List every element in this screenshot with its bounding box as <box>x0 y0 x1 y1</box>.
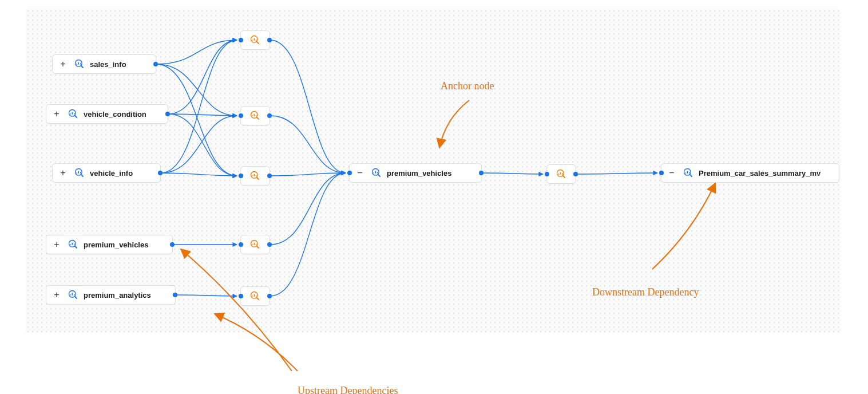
bigquery-icon <box>74 167 85 179</box>
node-label: sales_info <box>90 60 126 69</box>
dependency-edge <box>168 114 237 116</box>
table-node-premium_vehicles[interactable]: − premium_vehicles <box>349 163 482 183</box>
svg-line-25 <box>690 175 692 177</box>
dependency-edge <box>168 114 237 176</box>
annotation-upstream: Upstream Dependencies <box>298 385 398 394</box>
svg-line-15 <box>257 178 259 180</box>
node-label: Premium_car_sales_summary_mv <box>699 169 821 178</box>
output-port <box>170 242 175 247</box>
svg-line-5 <box>81 175 84 177</box>
dependency-edge <box>576 173 657 174</box>
expand-toggle[interactable]: + <box>57 58 69 70</box>
input-port <box>239 174 243 178</box>
input-port <box>347 171 352 175</box>
dependency-edge <box>156 64 237 116</box>
dependency-edge <box>270 173 346 296</box>
input-port <box>659 171 664 175</box>
node-label: vehicle_info <box>90 169 133 178</box>
dependency-edge <box>161 40 237 173</box>
dependency-edge <box>270 40 346 173</box>
lineage-canvas[interactable]: + sales_info+ vehicle_condition+ vehicle… <box>26 9 841 332</box>
expand-toggle[interactable]: − <box>666 167 678 179</box>
table-node-premium_vehicles_src[interactable]: + premium_vehicles <box>46 235 173 254</box>
bigquery-icon <box>249 290 261 302</box>
output-port <box>267 294 272 298</box>
bigquery-icon <box>556 168 567 180</box>
svg-line-13 <box>257 117 259 120</box>
bigquery-icon <box>68 239 79 250</box>
input-port <box>239 294 243 298</box>
svg-line-1 <box>81 66 84 68</box>
bigquery-icon <box>249 110 261 121</box>
output-port <box>573 172 578 176</box>
bigquery-icon <box>249 34 261 46</box>
bigquery-icon <box>68 108 79 120</box>
table-node-premium_analytics[interactable]: + premium_analytics <box>46 285 176 305</box>
output-port <box>173 293 177 297</box>
svg-line-11 <box>257 42 259 44</box>
svg-line-19 <box>257 298 259 300</box>
dependency-edge <box>270 173 346 245</box>
table-node-sales_info[interactable]: + sales_info <box>52 54 156 74</box>
output-port <box>479 171 483 175</box>
node-label: premium_analytics <box>84 291 151 300</box>
dependency-edge <box>168 40 237 114</box>
expand-toggle[interactable]: + <box>57 167 69 179</box>
svg-line-21 <box>378 175 381 177</box>
output-port <box>267 38 272 42</box>
bigquery-icon <box>249 170 261 182</box>
svg-line-3 <box>75 116 77 118</box>
bigquery-icon <box>68 289 79 301</box>
svg-line-7 <box>75 246 77 249</box>
query-node[interactable] <box>240 286 270 306</box>
table-node-vehicle_info[interactable]: + vehicle_info <box>52 163 161 183</box>
diagram-viewport: + sales_info+ vehicle_condition+ vehicle… <box>0 0 868 394</box>
query-node[interactable] <box>240 30 270 50</box>
dependency-edge <box>156 64 237 176</box>
dependency-edge <box>482 173 543 174</box>
query-node[interactable] <box>240 235 270 254</box>
bigquery-icon <box>74 58 85 70</box>
query-node[interactable] <box>546 164 576 184</box>
node-label: vehicle_condition <box>84 110 146 119</box>
dependency-edge <box>161 116 237 173</box>
table-node-vehicle_condition[interactable]: + vehicle_condition <box>46 104 168 124</box>
input-port <box>239 113 243 118</box>
svg-line-17 <box>257 246 259 249</box>
node-label: premium_vehicles <box>84 241 148 249</box>
dependency-edge <box>156 40 237 64</box>
bigquery-icon <box>683 167 694 179</box>
input-port <box>239 242 243 247</box>
node-label: premium_vehicles <box>387 169 451 178</box>
input-port <box>545 172 549 176</box>
input-port <box>239 38 243 42</box>
output-port <box>267 242 272 247</box>
bigquery-icon <box>249 239 261 250</box>
dependency-edge <box>270 173 346 176</box>
output-port <box>267 113 272 118</box>
svg-line-9 <box>75 297 77 299</box>
output-port <box>267 174 272 178</box>
query-node[interactable] <box>240 166 270 186</box>
dependency-edge <box>176 295 237 296</box>
output-port <box>158 171 162 175</box>
query-node[interactable] <box>240 106 270 125</box>
svg-line-23 <box>563 176 565 178</box>
output-port <box>165 112 170 116</box>
expand-toggle[interactable]: + <box>51 239 63 250</box>
dependency-edge <box>161 173 237 176</box>
output-port <box>153 62 158 66</box>
expand-toggle[interactable]: − <box>354 167 366 179</box>
dependency-edge <box>270 116 346 173</box>
bigquery-icon <box>371 167 382 179</box>
expand-toggle[interactable]: + <box>51 108 63 120</box>
expand-toggle[interactable]: + <box>51 289 63 301</box>
table-node-summary_mv[interactable]: − Premium_car_sales_summary_mv <box>661 163 839 183</box>
